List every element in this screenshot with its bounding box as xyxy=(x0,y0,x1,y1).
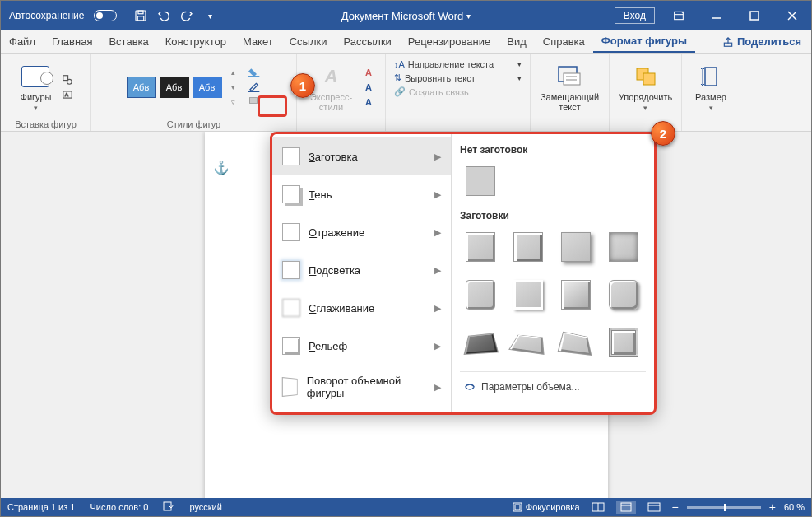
status-bar: Страница 1 из 1 Число слов: 0 русский Фо… xyxy=(1,498,811,516)
alt-text-button[interactable]: Замещающий текст xyxy=(537,61,602,114)
ribbon-display-button[interactable] xyxy=(660,1,698,30)
tab-references[interactable]: Ссылки xyxy=(281,30,336,53)
focus-mode-button[interactable]: Фокусировка xyxy=(513,502,580,512)
svg-rect-15 xyxy=(249,98,257,104)
preset-10[interactable] xyxy=(508,322,549,363)
tab-file[interactable]: Файл xyxy=(1,30,44,53)
preset-7[interactable] xyxy=(555,274,596,315)
preset-12[interactable] xyxy=(603,322,644,363)
volume-params-link[interactable]: Параметры объема... xyxy=(460,371,646,398)
svg-rect-31 xyxy=(648,503,660,511)
zoom-slider[interactable] xyxy=(687,506,761,509)
save-icon xyxy=(133,8,148,23)
menu-3d-rotation[interactable]: Поворот объемной фигуры▶ xyxy=(272,365,451,409)
status-words[interactable]: Число слов: 0 xyxy=(90,502,148,512)
menu-bevel[interactable]: Рельеф▶ xyxy=(272,327,451,365)
style-preset-1[interactable]: Абв xyxy=(127,77,156,98)
menu-shadow[interactable]: Тень▶ xyxy=(272,175,451,213)
group-size: Размер ▾ xyxy=(682,54,740,131)
svg-text:A: A xyxy=(66,92,69,97)
menu-glow[interactable]: Подсветка▶ xyxy=(272,251,451,289)
preset-2[interactable] xyxy=(508,226,549,268)
shape-fill-button[interactable] xyxy=(248,66,262,79)
shape-outline-button[interactable] xyxy=(248,81,262,94)
style-preset-3[interactable]: Абв xyxy=(193,77,222,98)
print-view-icon xyxy=(619,502,633,512)
preset-none[interactable] xyxy=(460,161,501,202)
text-box-button[interactable]: A xyxy=(61,88,74,101)
preset-submenu: Нет заготовок Заготовки П xyxy=(452,134,654,412)
text-fill-button[interactable]: A xyxy=(362,66,375,79)
menu-preset[interactable]: Заготовка▶ xyxy=(272,137,451,175)
redo-icon xyxy=(179,8,194,23)
svg-point-10 xyxy=(67,79,72,84)
gallery-up[interactable]: ▴ xyxy=(227,66,240,79)
save-button[interactable] xyxy=(130,5,151,26)
redo-button[interactable] xyxy=(176,5,197,26)
ribbon-tabs: Файл Главная Вставка Конструктор Макет С… xyxy=(1,30,811,54)
title-dropdown-icon[interactable]: ▾ xyxy=(466,12,471,21)
menu-soft-edges[interactable]: Сглаживание▶ xyxy=(272,289,451,327)
minimize-button[interactable] xyxy=(698,1,735,30)
share-button[interactable]: Поделиться xyxy=(712,30,811,53)
group-shape-styles: Абв Абв Абв ▴ ▾ ▿ Стили фигур xyxy=(91,54,297,131)
tab-home[interactable]: Главная xyxy=(44,30,100,53)
qat-customize[interactable]: ▾ xyxy=(199,5,220,26)
tab-review[interactable]: Рецензирование xyxy=(400,30,499,53)
ribbon-display-icon xyxy=(672,9,685,22)
shape-effects-menu: Заготовка▶ Тень▶ Отражение▶ Подсветка▶ С… xyxy=(270,132,657,415)
arrange-button[interactable]: Упорядочить ▾ xyxy=(615,61,675,114)
text-outline-button[interactable]: A xyxy=(362,81,375,94)
autosave-toggle[interactable] xyxy=(94,10,117,21)
zoom-in-button[interactable]: + xyxy=(769,501,776,514)
menu-reflection[interactable]: Отражение▶ xyxy=(272,213,451,251)
align-text-button[interactable]: ⇅Выровнять текст▾ xyxy=(394,72,522,84)
tab-mailings[interactable]: Рассылки xyxy=(335,30,399,53)
status-page[interactable]: Страница 1 из 1 xyxy=(7,502,75,512)
read-view-icon xyxy=(592,502,605,512)
preset-8[interactable] xyxy=(603,274,644,315)
preset-9[interactable] xyxy=(460,322,501,363)
gallery-down[interactable]: ▾ xyxy=(227,81,240,94)
preset-4[interactable] xyxy=(603,226,644,268)
app-window: Автосохранение ▾ Документ Microsoft Word… xyxy=(0,0,812,517)
undo-button[interactable] xyxy=(153,5,174,26)
status-language[interactable]: русский xyxy=(189,502,221,512)
svg-rect-2 xyxy=(138,16,145,21)
tab-help[interactable]: Справка xyxy=(535,30,593,53)
callout-2: 2 xyxy=(651,121,675,146)
svg-rect-9 xyxy=(63,76,68,81)
tab-layout[interactable]: Макет xyxy=(234,30,281,53)
wordart-icon: A xyxy=(317,63,345,91)
text-box-icon: A xyxy=(62,89,73,100)
text-direction-button[interactable]: ↕AНаправление текста▾ xyxy=(394,58,522,70)
tab-designer[interactable]: Конструктор xyxy=(157,30,234,53)
view-web-button[interactable] xyxy=(644,501,664,514)
status-spellcheck[interactable] xyxy=(163,501,174,513)
maximize-button[interactable] xyxy=(735,1,773,30)
preset-6[interactable] xyxy=(508,274,549,315)
tab-insert[interactable]: Вставка xyxy=(100,30,156,53)
preset-5[interactable] xyxy=(460,274,501,315)
preset-3[interactable] xyxy=(555,226,596,268)
sign-in-button[interactable]: Вход xyxy=(615,7,655,24)
preset-11[interactable] xyxy=(555,322,596,363)
gallery-more[interactable]: ▿ xyxy=(227,95,240,109)
tab-shape-format[interactable]: Формат фигуры xyxy=(593,30,695,53)
close-icon xyxy=(786,10,798,21)
edit-shape-button[interactable] xyxy=(61,73,74,86)
shapes-button[interactable]: Фигуры ▾ xyxy=(17,61,55,114)
glow-swatch-icon xyxy=(282,261,300,279)
zoom-level[interactable]: 60 % xyxy=(784,502,805,512)
close-button[interactable] xyxy=(773,1,811,30)
size-button[interactable]: Размер ▾ xyxy=(692,61,730,114)
no-presets-header: Нет заготовок xyxy=(460,144,646,156)
text-effects-button[interactable]: A xyxy=(362,95,375,109)
tab-view[interactable]: Вид xyxy=(499,30,535,53)
title-bar: Автосохранение ▾ Документ Microsoft Word… xyxy=(1,1,811,30)
view-print-button[interactable] xyxy=(616,501,636,514)
style-preset-2[interactable]: Абв xyxy=(160,77,189,98)
view-read-button[interactable] xyxy=(588,501,608,514)
preset-1[interactable] xyxy=(460,226,501,268)
zoom-out-button[interactable]: − xyxy=(672,501,679,514)
